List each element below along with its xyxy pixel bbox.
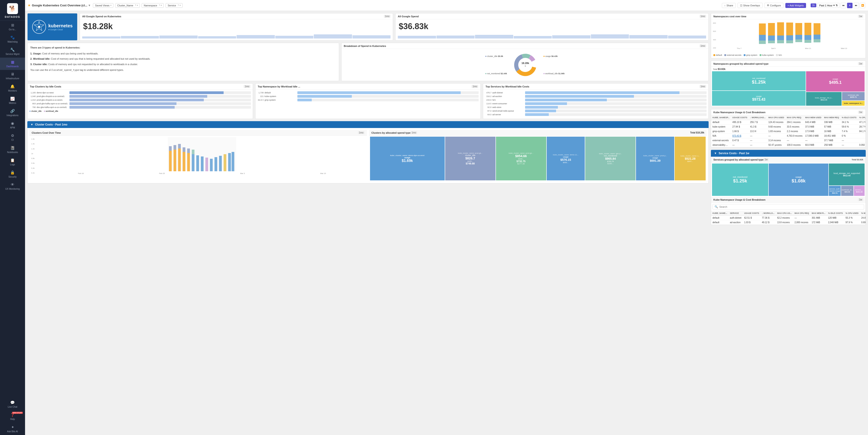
ns-tm-cell-not-monitored: not_monitored $1.25k [712,71,806,90]
cell-idle: 34.1 % [840,120,858,125]
col-idle-costs: % IDLE COSTS [840,115,858,120]
time-arrows-icon: ⇅ [836,4,838,7]
svg-rect-11 [178,144,181,149]
mini-bar-1 [82,36,120,38]
ask-bits-ai-icon: ✦ [11,425,14,429]
sidebar-item-live-chat[interactable]: 💬 Live Chat [0,398,25,410]
kube-brand-text: kubernetes ● Google Cloud [48,23,73,31]
add-widgets-button[interactable]: + Add Widgets [785,3,806,8]
top-services-bars: 476.7 auth-dotnet 316.2 ad-auction 233.9… [483,90,708,119]
forward-button[interactable]: ⏭ [854,3,859,8]
sidebar-item-ci[interactable]: ⚙ CI [0,131,25,144]
svc-tm-usage: usage $1.08k [769,163,829,196]
sidebar-item-metrics[interactable]: 📈 Metrics [0,94,25,106]
sidebar-item-security[interactable]: 🔒 Security [0,168,25,180]
share-button[interactable]: ↑ Share [722,3,736,8]
sidebar-item-notebooks[interactable]: 📓 Notebooks [0,144,25,156]
service-bar-1: 476.7 auth-dotnet [485,91,707,94]
sidebar-item-goto[interactable]: ⊞ Go to... [0,21,25,33]
main-content: ★ Google Kubernetes Cost Overview (cl...… [25,0,868,435]
sidebar-item-integrations[interactable]: 🔗 Integrations [0,106,25,119]
service-costs-section: ▼ Service Costs - Past 1w Services group… [711,150,866,225]
kube-table-2-wrapper: Kube Namespace Usage & Cost Breakdown 1w… [711,197,866,225]
saved-views-arrow: ▾ [111,4,111,6]
ns-tm-right: usage $495.1 local_storage_not_s... $612… [806,71,865,106]
service-filter[interactable]: Service * ▾ [165,3,183,8]
col2-workload: ↓ WORKLO... [761,211,776,216]
sidebar-item-ask-bits-ai[interactable]: ✦ Ask Bits AI [0,423,25,435]
namespace-filter[interactable]: Namespace * ▾ [142,3,164,8]
svg-rect-25 [228,153,231,171]
search-input[interactable] [719,206,862,208]
kube-table-2-scroll: KUBE_NAME... SERVICE USAGE COSTS ↓ WORKL… [711,211,866,225]
sidebar-item-ux-monitoring[interactable]: 👁 UX Monitoring [0,180,25,192]
sidebar-item-help[interactable]: ❓ Help NEW STUFF [0,410,25,423]
svg-rect-28 [759,35,766,40]
sidebar-item-service-mgmt[interactable]: 🔧 Service Mgmt [0,45,25,58]
dashboard: kubernetes ● Google Cloud All Google Spe… [25,11,868,435]
cluster-name-filter[interactable]: Cluster_Name * ▾ [115,3,140,8]
pause-button[interactable]: ⏸ [847,3,852,8]
legend-not-monitored: ■ not_monitored $2.44k [485,72,507,75]
ns-x-labels: Thu 7Sat 9Mon 11Wed 13 [720,47,864,50]
sidebar-item-monitors[interactable]: 🔔 Monitors [0,82,25,94]
time-shortcut-button[interactable]: 1h [811,3,816,7]
ns-tm-cell-usage-495: usage $495.1 [806,71,865,92]
svg-rect-30 [768,23,775,35]
cluster-costs-content: Clusters Cost Over Time 1mo 1.6k1.4k1.2k… [27,128,709,183]
sidebar-item-watchdog[interactable]: 🐾 Watchdog [0,33,25,45]
ns-tm-cell-usage-973: usage $973.43 [712,91,806,106]
metrics-icon: 📈 [10,97,15,101]
kube-table-2-search-box: 🔍 [712,204,864,210]
top-services-header: Top Services by Workload Idle Costs 1mo [483,84,708,90]
col2-max-cpu-req: MAX CPU REQ [793,211,810,216]
svc-tm-right: local_storage_not_supported $612.44 serv… [829,163,865,196]
rewind-button[interactable]: ⏮ [841,3,846,8]
svg-rect-43 [804,35,811,40]
cell-namespace[interactable]: default [711,120,731,125]
configure-button[interactable]: ⚙ Configure [765,3,783,8]
kube-table-header-1: Kube Namespace Usage & Cost Breakdown 1w [711,109,866,115]
cluster-legend: ■ cluster_idle ■ workload_idle [29,110,251,112]
svg-rect-13 [183,147,185,152]
cluster-bar-4: 803 prod-gke-kafka-apm-a-us-central1 [29,102,251,105]
explanation-workload-idle: 2. Workload idle: Cost of memory and cpu… [30,57,336,61]
services-treemap: not_monitored $1.25k usage $1.08k local_… [711,163,866,197]
gke-spend-card: All Google Spend on Kubernetes 1mo $18.2… [80,13,393,40]
table-row: default auth-dotnet 62.51 $ 77.36 $ 62.2… [711,216,866,220]
kube-table-2: KUBE_NAME... SERVICE USAGE COSTS ↓ WORKL… [711,211,866,225]
integrations-icon: 🔗 [10,109,15,113]
svg-rect-18 [196,155,199,171]
show-overlays-button[interactable]: ◫ Show Overlays [738,3,763,8]
cot-svg [38,137,366,171]
ns-tm-cell-local-storage: local_storage_not_s... $612.44 [806,92,842,106]
saved-views-filter[interactable]: Saved Views ▾ [93,3,113,8]
breakdown-header: Breakdown of Spend in Kubernetes 1mo [342,43,708,49]
cluster-bar-5: 790 dev-gke-kafka-apm-a-us-central1 [29,106,251,108]
sidebar-item-apm[interactable]: ◉ APM [0,119,25,131]
service-bar-6: 87.0 send-email-redis-queue [485,110,707,112]
cluster-bar-3: 1,010 prod-gke-shopist-a-us-west1 [29,99,251,101]
all-spend-mini-chart [396,33,708,40]
live-chat-icon: 💬 [10,400,15,405]
service-bar-5: 92.8 web-store [485,106,707,108]
service-costs-collapse-icon[interactable]: ▼ [714,152,717,155]
ns-tm-cell-workload-idle: workload_idle $255.74 [842,92,865,101]
svg-rect-37 [786,35,793,40]
top-services-card: Top Services by Workload Idle Costs 1mo … [483,83,709,119]
svc-tm-bottom: service_auth-dotnet usage $62.51 workloa… [829,186,865,196]
ns-y-axis: 800600400200 [713,21,719,50]
title-dropdown-icon[interactable]: ▾ [89,4,90,7]
svg-rect-12 [183,152,185,171]
sidebar-item-infrastructure[interactable]: 🖥 Infrastructure [0,70,25,82]
kube-logo-area: kubernetes ● Google Cloud [28,13,77,40]
fast-forward-button[interactable]: ⏩ [860,3,865,8]
monitors-icon: 🔔 [10,84,15,89]
cell-cpu: 47.1 % [858,120,866,125]
namespace-treemap-card: Namespaces grouped by allocated spend ty… [711,61,866,107]
cluster-costs-collapse-icon[interactable]: ▼ [31,123,33,126]
sidebar-item-dashboards[interactable]: ▦ Dashboards [0,58,25,70]
tm-cell-3: kube_cluster_name: prod-gk... $854.66 wo… [496,137,546,180]
legend-workload-idle: ■ workload_idle $1.96k [544,72,565,75]
sidebar-item-logs[interactable]: 📋 Logs [0,156,25,168]
